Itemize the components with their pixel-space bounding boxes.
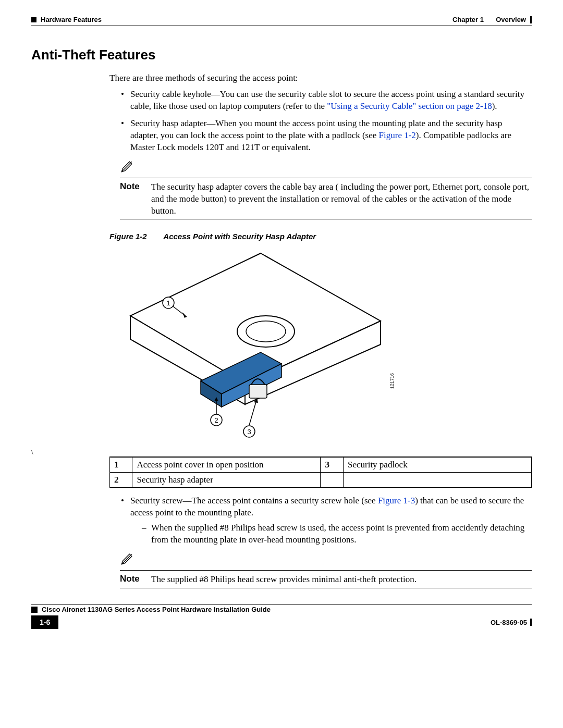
image-id: 121716: [389, 373, 395, 389]
header-chapter-label: Chapter 1: [452, 16, 484, 23]
dash-philips-screw: When the supplied #8 Philips head screw …: [142, 522, 532, 546]
figure-legend: 1 Access point cover in open position 3 …: [109, 456, 532, 488]
callout-2: 2: [214, 416, 218, 424]
note-body: The supplied #8 Philips head screw provi…: [151, 574, 532, 586]
note-block-1: Note The security hasp adapter covers th…: [120, 160, 532, 220]
callout-1: 1: [166, 299, 170, 307]
svg-point-4: [246, 321, 286, 342]
footer-doc-title: Cisco Aironet 1130AG Series Access Point…: [42, 606, 271, 613]
callout-3: 3: [247, 428, 251, 436]
page-header: Hardware Features Chapter 1 Overview: [31, 16, 532, 23]
note-block-2: Note The supplied #8 Philips head screw …: [120, 552, 532, 588]
header-chapter-title: Overview: [496, 16, 526, 23]
header-bar-icon: [530, 16, 532, 23]
header-section: Hardware Features: [41, 16, 102, 23]
section-heading: Anti-Theft Features: [31, 47, 532, 63]
page-footer: Cisco Aironet 1130AG Series Access Point…: [31, 604, 532, 629]
note-label: Note: [120, 574, 144, 584]
bullet-security-cable: Security cable keyhole—You can use the s…: [121, 89, 532, 113]
header-rule: [31, 26, 532, 26]
note-body: The security hasp adapter covers the cab…: [151, 181, 532, 217]
footer-bar-icon: [530, 619, 532, 626]
page-number: 1-6: [31, 615, 58, 629]
pencil-icon: [120, 160, 133, 174]
bullet-security-hasp: Security hasp adapter—When you mount the…: [121, 118, 532, 154]
figure-1-2: 1 2 3 121716: [109, 248, 532, 441]
bullet-security-screw: Security screw—The access point contains…: [121, 495, 532, 546]
svg-rect-8: [249, 385, 267, 398]
doc-id: OL-8369-05: [491, 619, 527, 626]
footer-marker-icon: [31, 607, 38, 613]
pencil-icon: [120, 552, 133, 566]
link-security-cable-section[interactable]: "Using a Security Cable" section on page…: [327, 101, 492, 111]
svg-line-16: [249, 400, 256, 425]
intro-text: There are three methods of securing the …: [109, 72, 532, 84]
note-label: Note: [120, 181, 144, 192]
link-figure-1-2[interactable]: Figure 1-2: [379, 130, 416, 140]
figure-caption: Figure 1-2 Access Point with Security Ha…: [109, 232, 532, 241]
stray-backslash: \: [31, 448, 532, 456]
header-marker-icon: [31, 17, 36, 22]
link-figure-1-3[interactable]: Figure 1-3: [378, 496, 415, 505]
